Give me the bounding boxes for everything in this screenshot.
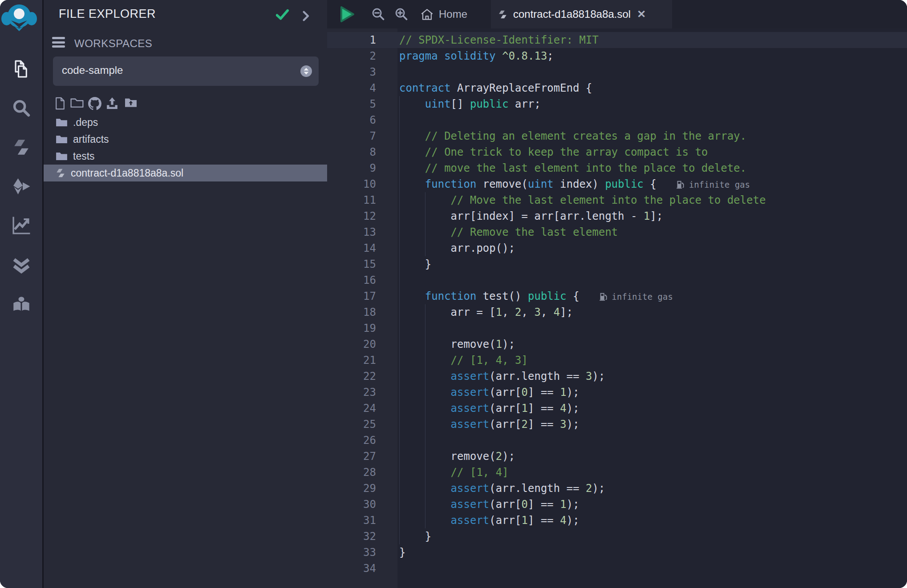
line-number: 20 xyxy=(327,338,376,350)
line-number: 15 xyxy=(327,258,376,270)
tree-folder-artifacts[interactable]: artifacts xyxy=(44,131,327,148)
accept-check-icon[interactable] xyxy=(276,9,289,22)
code-line-33: 33} xyxy=(327,544,907,560)
remix-logo-icon xyxy=(1,2,37,31)
tab-home[interactable]: Home xyxy=(421,0,467,28)
code-line-26: 26 xyxy=(327,432,907,448)
workspace-select[interactable]: code-sample xyxy=(53,56,319,86)
line-number: 5 xyxy=(327,98,376,110)
line-number: 29 xyxy=(327,482,376,495)
line-number: 1 xyxy=(327,34,376,46)
gas-estimate-badge: infinite gas xyxy=(676,177,750,193)
zoom-out-icon[interactable] xyxy=(372,0,385,28)
line-number: 12 xyxy=(327,210,376,222)
line-number: 4 xyxy=(327,82,376,94)
code-line-22: 22 assert(arr.length == 3); xyxy=(327,368,907,384)
line-number: 3 xyxy=(327,66,376,78)
code-line-23: 23 assert(arr[0] == 1); xyxy=(327,384,907,400)
code-line-32: 32 } xyxy=(327,528,907,544)
file-tree: .deps artifacts tests c xyxy=(44,114,327,181)
code-line-12: 12 arr[index] = arr[arr.length - 1]; xyxy=(327,208,907,224)
chevron-right-icon[interactable] xyxy=(303,11,310,23)
line-number: 13 xyxy=(327,226,376,238)
folder-icon xyxy=(56,118,68,127)
line-number: 6 xyxy=(327,114,376,126)
line-number: 31 xyxy=(327,514,376,527)
line-number: 23 xyxy=(327,386,376,399)
folder-icon xyxy=(56,152,68,161)
line-number: 32 xyxy=(327,530,376,543)
line-number: 34 xyxy=(327,562,376,575)
line-number: 8 xyxy=(327,146,376,158)
learneth-icon[interactable] xyxy=(0,293,42,316)
workspaces-label: WORKSPACES xyxy=(74,37,152,50)
line-number: 18 xyxy=(327,306,376,318)
tree-folder-tests[interactable]: tests xyxy=(44,148,327,165)
editor-tabbar: Home contract-d1a8818a8a.sol ✕ xyxy=(327,0,907,28)
icon-rail xyxy=(0,0,44,588)
code-line-4: 4contract ArrayReplaceFromEnd { xyxy=(327,80,907,96)
file-explorer-icon[interactable] xyxy=(0,57,42,81)
code-line-25: 25 assert(arr[2] == 3); xyxy=(327,416,907,432)
line-number: 21 xyxy=(327,354,376,366)
zoom-in-icon[interactable] xyxy=(395,0,408,28)
code-line-8: 8 // One trick to keep the array compact… xyxy=(327,144,907,160)
line-number: 2 xyxy=(327,50,376,62)
upload-file-icon[interactable] xyxy=(106,97,118,111)
code-line-16: 16 xyxy=(327,272,907,288)
solidity-file-icon xyxy=(56,168,65,178)
code-line-2: 2pragma solidity ^0.8.13; xyxy=(327,48,907,64)
code-editor[interactable]: Home contract-d1a8818a8a.sol ✕ 1// SPDX-… xyxy=(327,0,907,588)
code-line-5: 5 uint[] public arr; xyxy=(327,96,907,112)
line-number: 11 xyxy=(327,194,376,206)
code-line-31: 31 assert(arr[1] == 4); xyxy=(327,512,907,528)
file-explorer-panel: FILE EXPLORER WORKSPACES code-sample xyxy=(44,0,327,588)
code-line-9: 9 // move the last element into the plac… xyxy=(327,160,907,176)
tree-file-contract[interactable]: contract-d1a8818a8a.sol xyxy=(44,165,327,181)
code-line-27: 27 remove(2); xyxy=(327,448,907,464)
tree-folder-deps[interactable]: .deps xyxy=(44,114,327,131)
code-lines: 1// SPDX-License-Identifier: MIT2pragma … xyxy=(327,28,907,576)
search-icon[interactable] xyxy=(0,97,42,120)
code-line-19: 19 xyxy=(327,320,907,336)
unit-testing-icon[interactable] xyxy=(0,253,42,276)
line-number: 9 xyxy=(327,162,376,174)
static-analysis-icon[interactable] xyxy=(0,214,42,237)
create-folder-icon[interactable] xyxy=(70,97,84,110)
tab-contract-file[interactable]: contract-d1a8818a8a.sol ✕ xyxy=(491,0,672,28)
close-tab-icon[interactable]: ✕ xyxy=(637,9,646,20)
code-line-14: 14 arr.pop(); xyxy=(327,240,907,256)
code-line-24: 24 assert(arr[1] == 4); xyxy=(327,400,907,416)
line-number: 14 xyxy=(327,242,376,254)
code-line-20: 20 remove(1); xyxy=(327,336,907,352)
code-line-15: 15 } xyxy=(327,256,907,272)
code-line-21: 21 // [1, 4, 3] xyxy=(327,352,907,368)
gas-estimate-badge: infinite gas xyxy=(599,289,673,305)
line-number: 25 xyxy=(327,418,376,431)
panel-title: FILE EXPLORER xyxy=(59,7,156,21)
clone-github-icon[interactable] xyxy=(88,97,101,112)
code-line-10: 10 function remove(uint index) public {i… xyxy=(327,176,907,192)
workspaces-menu-icon[interactable] xyxy=(52,37,65,50)
upload-folder-icon[interactable] xyxy=(125,97,137,109)
code-line-28: 28 // [1, 4] xyxy=(327,464,907,480)
code-line-7: 7 // Deleting an element creates a gap i… xyxy=(327,128,907,144)
solidity-compiler-icon[interactable] xyxy=(0,136,42,159)
folder-icon xyxy=(56,135,68,144)
code-line-6: 6 xyxy=(327,112,907,128)
code-line-13: 13 // Remove the last element xyxy=(327,224,907,240)
line-number: 7 xyxy=(327,130,376,142)
code-line-11: 11 // Move the last element into the pla… xyxy=(327,192,907,208)
line-number: 16 xyxy=(327,274,376,286)
code-line-3: 3 xyxy=(327,64,907,80)
explorer-toolbar xyxy=(44,95,327,113)
line-number: 10 xyxy=(327,178,376,190)
line-number: 26 xyxy=(327,434,376,447)
line-number: 33 xyxy=(327,546,376,559)
deploy-and-run-icon[interactable] xyxy=(0,175,42,198)
line-number: 17 xyxy=(327,290,376,302)
create-file-icon[interactable] xyxy=(55,97,65,112)
run-script-button[interactable] xyxy=(340,0,355,28)
code-line-17: 17 function test() public {infinite gas xyxy=(327,288,907,304)
workspace-stepper-icon[interactable] xyxy=(300,65,312,79)
